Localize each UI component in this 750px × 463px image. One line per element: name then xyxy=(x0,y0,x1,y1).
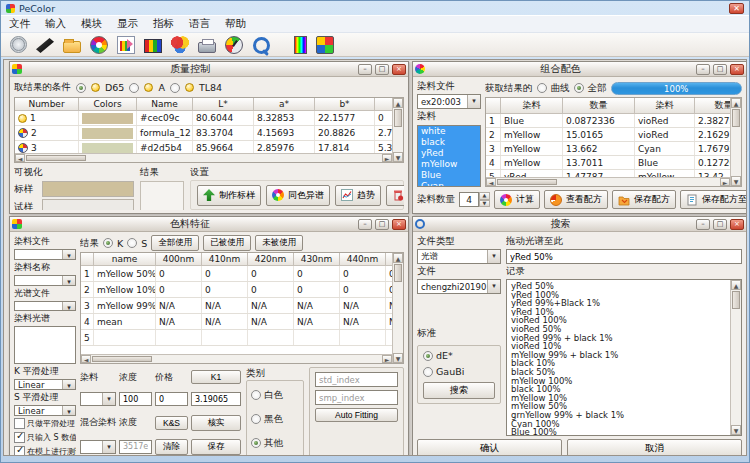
col-410nm[interactable]: 410nm xyxy=(202,253,248,265)
menu-item[interactable]: 指标 xyxy=(153,17,174,31)
table-row[interactable]: 3 mYellow 99% ... N/A N/A N/A N/A N/A N/… xyxy=(81,298,392,314)
minimize-icon[interactable]: – xyxy=(358,64,372,75)
table-row[interactable]: 5 yRed 1.47787 mYellow 13.42 0.00111653 xyxy=(486,170,730,177)
table-row[interactable]: 5 xyxy=(81,330,392,346)
table-row[interactable]: 4 mean N/A N/A N/A N/A N/A N/A xyxy=(81,314,392,330)
col-440nm[interactable]: 440nm xyxy=(340,253,386,265)
s-smooth-select[interactable]: Linear xyxy=(14,405,76,416)
white-radio[interactable] xyxy=(251,390,261,400)
dye-spectrum-listbox[interactable] xyxy=(14,326,76,364)
save-button[interactable]: 保存 xyxy=(191,439,241,455)
spectrum-file-select[interactable] xyxy=(14,301,76,312)
confirm-button[interactable]: 确认 xyxy=(417,439,562,456)
dye-list-item[interactable]: mYellow xyxy=(418,159,480,170)
concentration-field[interactable] xyxy=(119,392,152,406)
close-icon[interactable]: × xyxy=(392,64,406,75)
record-item[interactable]: mYellow 10% xyxy=(507,394,730,403)
gaubi-radio[interactable] xyxy=(423,367,433,377)
record-item[interactable]: yRed 50% xyxy=(507,282,730,291)
table-row[interactable]: 2 mYellow 10% 0 0 0 0 0 0 xyxy=(81,282,392,298)
cancel-button[interactable]: 取消 xyxy=(567,439,742,456)
k1-field[interactable] xyxy=(191,392,241,406)
k-radio[interactable] xyxy=(103,238,113,248)
black-radio[interactable] xyxy=(251,414,261,424)
record-item[interactable]: vioRed 50% xyxy=(507,325,730,334)
matching-title-bar[interactable]: 组合配色 – □ × xyxy=(413,62,746,77)
smp-index-field[interactable] xyxy=(315,390,398,405)
maximize-icon[interactable]: □ xyxy=(713,219,727,230)
histogram-icon[interactable] xyxy=(144,39,162,53)
close-icon[interactable]: × xyxy=(730,219,744,230)
col-index[interactable] xyxy=(81,253,94,265)
color-wheel-icon[interactable] xyxy=(90,36,108,54)
std-index-field[interactable] xyxy=(315,372,398,387)
used-button[interactable]: 已被使用 xyxy=(203,235,251,251)
table-row[interactable]: 2 formula_12 83.3704 4.15693 20.8826 2.7… xyxy=(15,126,392,141)
verify-button[interactable]: 核实 xyxy=(191,415,241,431)
dye-list-item[interactable]: black xyxy=(418,137,480,148)
col-dL[interactable]: dL* xyxy=(375,98,392,110)
menu-item[interactable]: 显示 xyxy=(117,17,138,31)
minimize-icon[interactable]: – xyxy=(358,219,372,230)
record-item[interactable]: vioRed 10% xyxy=(507,342,730,351)
maximize-icon[interactable]: □ xyxy=(375,64,389,75)
col-name[interactable]: Name xyxy=(137,98,193,110)
close-icon[interactable]: × xyxy=(392,219,406,230)
other-radio[interactable] xyxy=(251,438,261,448)
illuminant-a-radio[interactable] xyxy=(129,83,139,93)
ks-button[interactable]: K&S xyxy=(155,416,188,430)
k-smooth-select[interactable]: Linear xyxy=(14,379,76,390)
trend-button[interactable]: 趋势 xyxy=(335,185,381,206)
search-title-bar[interactable]: 搜索 – □ × xyxy=(413,217,746,232)
stepper-down-icon[interactable]: ▼ xyxy=(479,200,490,208)
col-qty1[interactable]: 数量 xyxy=(563,98,635,113)
col-qty2[interactable]: 数量 xyxy=(695,98,730,113)
price-field[interactable] xyxy=(155,392,188,406)
col-dye2[interactable]: 染料 xyxy=(635,98,695,113)
record-item[interactable]: yRed 10% xyxy=(507,308,730,317)
file-select[interactable]: chengzhi20190 xyxy=(417,279,501,294)
record-item[interactable]: black 100% xyxy=(507,385,730,394)
spectrum-query-input[interactable] xyxy=(506,249,742,264)
table-row[interactable]: 1 mYellow 50% 0 0 0 0 0 0 xyxy=(81,266,392,282)
use-all-button[interactable]: 全部使用 xyxy=(151,235,199,251)
record-item[interactable]: vioRed 100% xyxy=(507,316,730,325)
all-radio[interactable] xyxy=(574,83,584,93)
test-on-board-checkbox[interactable] xyxy=(14,446,25,456)
menu-item[interactable]: 输入 xyxy=(45,17,66,31)
gauge-icon[interactable] xyxy=(225,36,243,54)
record-item[interactable]: mYellow 99% + black 1% xyxy=(507,351,730,360)
menu-item[interactable]: 帮助 xyxy=(225,17,246,31)
vertical-scrollbar[interactable]: ▲▼ xyxy=(392,253,403,363)
unused-button[interactable]: 未被使用 xyxy=(255,235,303,251)
col-a[interactable]: a* xyxy=(254,98,315,110)
record-item[interactable]: yRed 100% xyxy=(507,291,730,300)
dye-name-select[interactable] xyxy=(14,275,76,286)
clear-button[interactable]: 清除 xyxy=(155,439,188,455)
spectrum-icon[interactable] xyxy=(294,36,307,54)
smooth-only-checkbox[interactable] xyxy=(14,418,25,429)
save-formula-text-button[interactable]: 保存配方至文本 xyxy=(680,190,746,209)
col-dye1[interactable]: 染料 xyxy=(501,98,563,113)
pen-icon[interactable] xyxy=(36,38,54,53)
file-type-select[interactable]: 光谱 xyxy=(417,249,501,264)
settings-gear-icon[interactable] xyxy=(10,36,27,53)
maximize-icon[interactable]: □ xyxy=(375,219,389,230)
col-420nm[interactable]: 420nm xyxy=(248,253,294,265)
table-row[interactable]: 2 mYellow 15.0165 vioRed 2.16297 0.00091… xyxy=(486,128,730,142)
quality-title-bar[interactable]: 质量控制 – □ × xyxy=(10,62,408,77)
vertical-scrollbar[interactable]: ▲▼ xyxy=(730,280,741,435)
record-item[interactable]: mYellow 100% xyxy=(507,377,730,386)
col-430nm[interactable]: 430nm xyxy=(294,253,340,265)
make-standard-button[interactable]: 制作标样 xyxy=(197,185,261,206)
curve-radio[interactable] xyxy=(537,83,547,93)
record-item[interactable]: black 10% xyxy=(507,359,730,368)
menu-item[interactable]: 文件 xyxy=(9,17,30,31)
s-radio[interactable] xyxy=(127,238,137,248)
open-folder-icon[interactable] xyxy=(63,41,81,53)
delete-button[interactable]: 删除 xyxy=(386,185,404,206)
dye-list-item[interactable]: yRed xyxy=(418,148,480,159)
horizontal-scrollbar[interactable]: ◄► xyxy=(486,177,730,186)
dye-list-item[interactable]: Cyan xyxy=(418,181,480,186)
illuminant-tl84-radio[interactable] xyxy=(170,83,180,93)
